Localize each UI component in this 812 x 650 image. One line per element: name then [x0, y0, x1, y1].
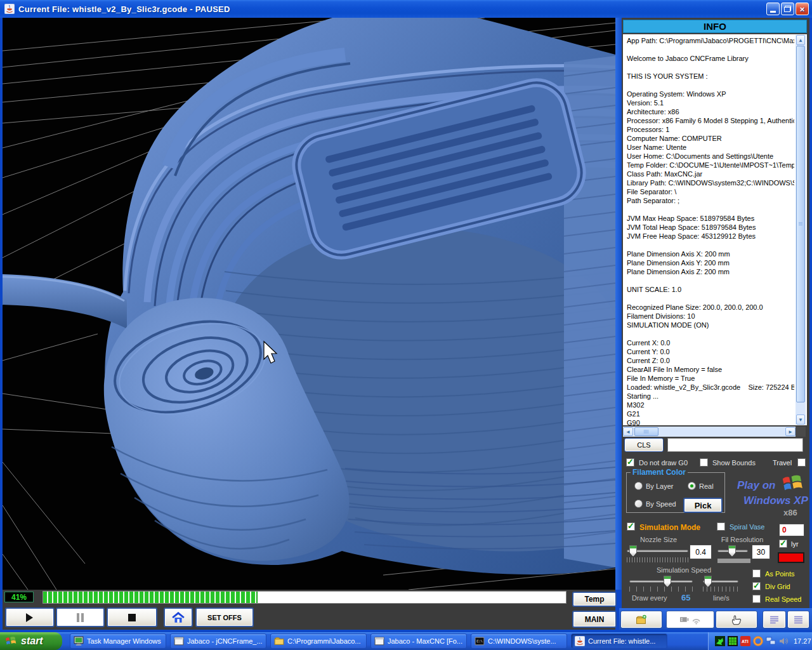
- home-button[interactable]: [164, 607, 193, 627]
- line-rate-slider-thumb[interactable]: [704, 576, 712, 587]
- layer-color-swatch[interactable]: [778, 552, 804, 563]
- tray-grid-icon[interactable]: [728, 636, 738, 646]
- scroll-left-button[interactable]: ◄: [623, 427, 633, 436]
- task-label: Task Manager Windows: [87, 637, 161, 645]
- manual-jog-button[interactable]: [716, 611, 757, 628]
- gcode-list-button[interactable]: [763, 611, 786, 628]
- task-jabaco-ide[interactable]: Jabaco - jCNCFrame_...: [170, 633, 266, 649]
- task-label: Jabaco - jCNCFrame_...: [187, 637, 263, 645]
- real-speed-checkbox[interactable]: [752, 595, 761, 603]
- task-explorer-folder[interactable]: C:\Programmi\Jabaco...: [270, 633, 367, 649]
- minimize-button[interactable]: [766, 3, 780, 15]
- tray-ring-icon[interactable]: [753, 636, 763, 646]
- fil-resolution-value[interactable]: 30: [752, 545, 770, 559]
- show-bounds-checkbox[interactable]: [700, 458, 708, 467]
- info-horizontal-scrollbar[interactable]: ◄ ►: [623, 427, 796, 437]
- spiral-vase-checkbox[interactable]: [717, 522, 725, 531]
- real-radio[interactable]: [688, 482, 696, 490]
- progress-bar: [43, 591, 566, 604]
- nozzle-size-label: Nozzle Size: [627, 536, 690, 543]
- monitor-icon: [74, 636, 84, 646]
- svg-text:ATI: ATI: [742, 639, 749, 644]
- by-layer-radio[interactable]: [634, 482, 643, 490]
- task-cmd-window[interactable]: C:\ C:\WINDOWS\syste...: [471, 633, 567, 649]
- temp-button[interactable]: Temp: [572, 592, 617, 607]
- svg-text:C:\: C:\: [476, 640, 483, 644]
- taskbar-clock[interactable]: 17.27: [794, 637, 811, 645]
- tray-ati-icon[interactable]: ATI: [740, 636, 750, 646]
- close-button[interactable]: ×: [796, 3, 809, 15]
- travel-label: Travel: [773, 459, 792, 467]
- task-maxcnc-window[interactable]: Jabaco - MaxCNC [Fo...: [370, 633, 467, 649]
- simulation-speed-label: Simulation Speed: [646, 566, 722, 574]
- application-window: Current File: whistle_v2_By_Slic3r.gcode…: [0, 0, 812, 650]
- scroll-down-button[interactable]: ▼: [796, 415, 805, 425]
- set-offs-button[interactable]: SET OFFS: [195, 607, 254, 627]
- simulation-mode-checkbox[interactable]: [627, 522, 635, 531]
- fil-resolution-label: Fil Resolution: [710, 536, 774, 543]
- stop-button[interactable]: [107, 607, 157, 627]
- task-label: C:\Programmi\Jabaco...: [287, 637, 361, 645]
- connect-usb-button[interactable]: [666, 611, 714, 628]
- lyr-label: lyr: [791, 540, 799, 548]
- play-icon: [26, 613, 34, 622]
- viewport-3d[interactable]: [3, 18, 615, 590]
- as-points-label: As Points: [765, 570, 794, 578]
- pick-color-button[interactable]: Pick: [683, 498, 723, 513]
- scroll-right-button[interactable]: ►: [785, 427, 796, 436]
- vertical-scroll-thumb[interactable]: [796, 46, 805, 402]
- folder-icon: [274, 636, 284, 646]
- filament-color-title: Filament Color: [631, 468, 688, 477]
- fil-resolution-ticks: [717, 559, 750, 563]
- arch-text: x86: [783, 508, 797, 517]
- scroll-up-button[interactable]: ▲: [796, 35, 805, 45]
- simulation-speed-slider[interactable]: [629, 580, 693, 583]
- as-points-checkbox[interactable]: [752, 569, 761, 578]
- restore-button[interactable]: [781, 3, 794, 15]
- nozzle-size-value[interactable]: 0.4: [690, 545, 712, 559]
- log-list-button[interactable]: [787, 611, 809, 628]
- line-rate-ticks: [703, 587, 738, 592]
- travel-checkbox[interactable]: [797, 458, 806, 467]
- task-task-manager[interactable]: Task Manager Windows: [70, 633, 166, 649]
- java-task-icon: [575, 636, 585, 646]
- home-icon: [172, 612, 185, 623]
- main-button[interactable]: MAIN: [572, 611, 617, 628]
- arrow-right-icon: ►: [788, 429, 793, 435]
- lyr-checkbox[interactable]: [779, 540, 787, 548]
- window-title: Current File: whistle_v2_By_Slic3r.gcode…: [18, 4, 230, 14]
- fil-resolution-slider-thumb[interactable]: [728, 545, 736, 557]
- hand-icon: [731, 614, 742, 625]
- simulation-speed-slider-thumb[interactable]: [664, 576, 671, 587]
- task-current-file-active[interactable]: Current File: whistle...: [571, 633, 667, 649]
- arrow-down-icon: ▼: [798, 417, 803, 423]
- info-vertical-scrollbar[interactable]: ▲ ▼: [796, 35, 806, 425]
- taskbar: start Task Manager Windows Jabaco - jCNC…: [0, 632, 812, 650]
- command-input[interactable]: [667, 438, 803, 452]
- minimize-icon: [770, 11, 776, 13]
- system-tray: ATI 17.27: [708, 632, 812, 650]
- cmd-icon: C:\: [475, 636, 485, 646]
- start-label: start: [21, 635, 43, 647]
- do-not-draw-g0-checkbox[interactable]: [626, 458, 634, 467]
- title-bar[interactable]: Current File: whistle_v2_By_Slic3r.gcode…: [0, 0, 812, 18]
- tray-volume-icon[interactable]: [778, 636, 789, 646]
- nozzle-size-slider-thumb[interactable]: [629, 545, 637, 557]
- info-log-area[interactable]: App Path: C:\Programmi\Jabaco\PROGETTI\C…: [623, 34, 807, 425]
- div-grid-checkbox[interactable]: [752, 582, 761, 590]
- pause-button[interactable]: [56, 607, 105, 627]
- real-speed-label: Real Speed: [765, 595, 802, 603]
- layer-counter-field[interactable]: 0: [779, 524, 804, 536]
- start-button[interactable]: start: [0, 632, 62, 650]
- tray-network-icon[interactable]: [766, 636, 776, 646]
- horizontal-scroll-thumb[interactable]: [634, 427, 658, 436]
- div-grid-label: Div Grid: [765, 583, 790, 590]
- open-file-button[interactable]: [620, 611, 662, 628]
- task-label: C:\WINDOWS\syste...: [488, 637, 556, 645]
- tray-gpu-icon[interactable]: [715, 636, 725, 646]
- task-label: Jabaco - MaxCNC [Fo...: [388, 637, 462, 645]
- simulation-speed-ticks: [629, 587, 694, 592]
- cls-button[interactable]: CLS: [624, 438, 664, 452]
- by-speed-radio[interactable]: [634, 500, 643, 508]
- play-button[interactable]: [5, 607, 55, 627]
